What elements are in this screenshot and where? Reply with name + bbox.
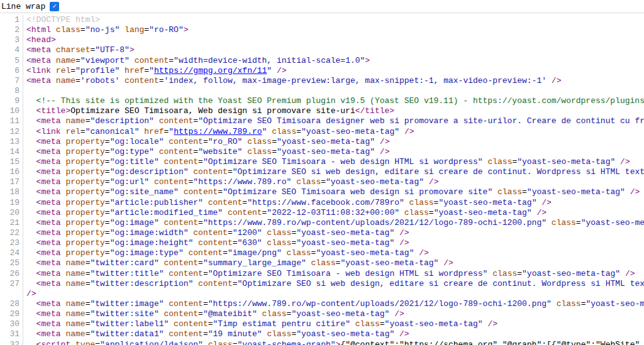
gutter-column: 1234567891011121314151617181920212223242… [0,15,23,345]
source-line: <meta property="og:description" content=… [23,167,644,177]
source-link[interactable]: https://www.789.ro [174,127,262,136]
source-line: <meta property="og:site_name" content="O… [23,187,644,197]
source-line: <meta property="og:locale" content="ro_R… [23,137,644,147]
line-number: 30 [0,319,23,329]
line-number: 26 [0,269,23,279]
source-line: <meta property="og:image:width" content=… [23,228,644,238]
source-line [23,86,644,96]
line-number: 12 [0,127,23,137]
view-source-toolbar: Line wrap ✓ [0,0,644,13]
source-line: <meta property="og:type" content="websit… [23,147,644,157]
source-line: <meta property="article:publisher" conte… [23,198,644,208]
line-number: 15 [0,157,23,167]
line-number: 1 [0,15,23,25]
code-column: <!DOCTYPE html><html class="no-js" lang=… [23,15,644,345]
line-number: 32 [0,340,23,345]
source-line: /> [23,289,644,299]
source-line: <meta name='robots' content='index, foll… [23,76,644,86]
source-line: <!DOCTYPE html> [23,15,644,25]
source-line: <meta name="twitter:image" content="http… [23,299,644,309]
source-line: <meta name="twitter:card" content="summa… [23,258,644,268]
line-number: 24 [0,248,23,258]
line-number: 5 [0,56,23,66]
source-line: <head> [23,35,644,45]
source-line: <html class="no-js" lang="ro-RO"> [23,25,644,35]
checkmark-icon: ✓ [52,3,57,10]
line-number: 7 [0,76,23,86]
source-link[interactable]: https://gmpg.org/xfn/11 [154,66,267,75]
line-number: 14 [0,147,23,157]
source-line: <meta name="twitter:label1" content="Tim… [23,319,644,329]
line-number: 17 [0,177,23,187]
source-code-view[interactable]: 1234567891011121314151617181920212223242… [0,13,644,345]
source-line: <meta property="og:title" content="Optim… [23,157,644,167]
line-number: 9 [0,96,23,106]
source-line: <title>Optimizare SEO Timisoara, Web des… [23,106,644,116]
line-number: 11 [0,116,23,126]
source-line: <meta property="article:modified_time" c… [23,208,644,218]
line-number: 4 [0,45,23,55]
source-line: <meta name="twitter:site" content="@mate… [23,309,644,319]
line-number: 2 [0,25,23,35]
line-number [0,289,23,299]
line-number: 21 [0,218,23,228]
source-line: <meta name="viewport" content="width=dev… [23,56,644,66]
line-number: 13 [0,137,23,147]
source-line: <link rel="profile" href="https://gmpg.o… [23,66,644,76]
source-line: <meta name="description" content="Optimi… [23,116,644,126]
line-number: 10 [0,106,23,116]
line-number: 22 [0,228,23,238]
line-number: 16 [0,167,23,177]
line-number: 23 [0,238,23,248]
line-number: 19 [0,198,23,208]
line-number: 27 [0,279,23,289]
line-number: 8 [0,86,23,96]
source-line: <meta name="twitter:title" content="Opti… [23,269,644,279]
source-line: <meta charset="UTF-8"> [23,45,644,55]
line-number: 18 [0,187,23,197]
line-number: 25 [0,258,23,268]
source-line: <meta property="og:image:height" content… [23,238,644,248]
source-line: <!-- This site is optimized with the Yoa… [23,96,644,106]
line-number: 20 [0,208,23,218]
source-line: <meta property="og:image" content="https… [23,218,644,228]
source-line: <meta name="twitter:description" content… [23,279,644,289]
source-line: <meta property="og:url" content="https:/… [23,177,644,187]
line-number: 3 [0,35,23,45]
source-line: <script type="application/ld+json" class… [23,340,644,345]
line-number: 29 [0,309,23,319]
line-wrap-checkbox[interactable]: ✓ [50,2,59,11]
line-number: 31 [0,329,23,339]
source-line: <link rel="canonical" href="https://www.… [23,127,644,137]
source-line: <meta property="og:image:type" content="… [23,248,644,258]
line-number: 6 [0,66,23,76]
line-number: 28 [0,299,23,309]
line-wrap-label: Line wrap [1,0,45,13]
source-line: <meta name="twitter:data1" content="19 m… [23,329,644,339]
view-source-page: { "header": { "line_wrap_label": "Line w… [0,0,644,345]
